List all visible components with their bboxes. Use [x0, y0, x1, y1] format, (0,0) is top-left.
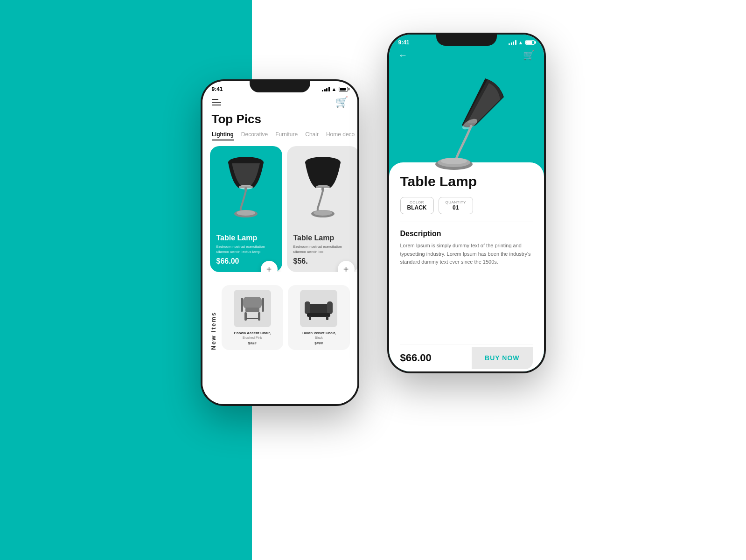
quantity-label: QUANTITY [446, 200, 466, 204]
time-2: 9:41 [398, 39, 410, 46]
new-item-card-1[interactable]: Poowa Accent Chair, Brushed Pink $### [222, 285, 284, 350]
signal-icon-2 [509, 40, 516, 45]
product-card-1[interactable]: Table Lamp Bedroom nostrud exercitation … [210, 146, 282, 272]
svg-rect-14 [246, 318, 258, 319]
new-item-img-2 [300, 290, 337, 327]
product-img-2 [287, 146, 357, 221]
buy-now-button[interactable]: BUY NOW [472, 347, 532, 369]
products-row: Table Lamp Bedroom nostrud exercitation … [202, 146, 357, 272]
time-1: 9:41 [212, 86, 223, 92]
svg-rect-18 [305, 301, 310, 314]
phone1-header: 🛒 [202, 94, 357, 112]
phone-1: 9:41 ▲ 🛒 [201, 79, 359, 406]
phone-2-screen: 9:41 ▲ ← 🛒 [389, 35, 544, 371]
product-img-1 [210, 146, 282, 221]
color-label: COLOR [410, 200, 424, 204]
lamp-image-1 [218, 146, 274, 221]
new-item-price-2: $### [314, 341, 323, 345]
svg-rect-12 [244, 312, 247, 321]
svg-rect-16 [262, 298, 264, 312]
new-item-name-2: Fallon Velvet Chair, [302, 331, 336, 335]
svg-point-4 [237, 210, 255, 216]
phone2-content: 9:41 ▲ ← 🛒 [389, 35, 544, 371]
product-name-2: Table Lamp [293, 234, 353, 242]
tab-decorative[interactable]: Decorative [241, 131, 268, 140]
wifi-icon-1: ▲ [332, 86, 337, 92]
notch-1 [250, 79, 310, 92]
battery-icon-1 [339, 87, 348, 91]
svg-rect-13 [258, 312, 260, 321]
notch-2 [436, 33, 497, 46]
product-desc-1: Bedroom nostrud exercitation ullamco uer… [216, 244, 276, 254]
description-text: Lorem Ipsum is simply dummy text of the … [400, 242, 533, 344]
phone-1-screen: 9:41 ▲ 🛒 [202, 81, 357, 404]
tab-chair[interactable]: Chair [305, 131, 319, 140]
status-icons-1: ▲ [322, 86, 348, 92]
phone2-header: ← 🛒 [389, 48, 544, 64]
back-button[interactable]: ← [398, 50, 408, 61]
color-value: BLACK [407, 204, 427, 211]
product-name-1: Table Lamp [216, 234, 276, 242]
tab-home-deco[interactable]: Home deco [326, 131, 355, 140]
detail-product-name: Table Lamp [400, 174, 533, 189]
svg-rect-19 [327, 301, 333, 314]
svg-rect-21 [309, 316, 311, 320]
chair-image-1 [236, 292, 269, 325]
svg-rect-22 [326, 316, 328, 320]
svg-point-9 [314, 210, 332, 216]
lamp-detail-image-area [389, 64, 544, 158]
product-card-2[interactable]: Table Lamp Bedroom nostrud exercitation … [287, 146, 357, 272]
buy-price: $66.00 [400, 344, 472, 371]
menu-icon[interactable] [212, 99, 221, 105]
divider [400, 222, 533, 222]
svg-rect-11 [245, 308, 259, 312]
svg-rect-15 [241, 298, 243, 312]
lamp-image-2 [295, 146, 351, 221]
wifi-icon-2: ▲ [518, 40, 523, 45]
new-items-label: New Items [210, 312, 217, 350]
sofa-image-2 [302, 292, 335, 325]
new-items-cards: Poowa Accent Chair, Brushed Pink $### [222, 285, 350, 350]
page-title-1: Top Pics [202, 112, 357, 131]
new-item-img-1 [234, 290, 271, 327]
tab-furniture[interactable]: Furniture [275, 131, 298, 140]
signal-icon-1 [322, 87, 330, 91]
new-item-price-1: $### [248, 341, 257, 345]
new-item-card-2[interactable]: Fallon Velvet Chair, Black $### [288, 285, 350, 350]
new-items-section: New Items [202, 285, 357, 350]
quantity-badge[interactable]: QUANTITY 01 [439, 197, 473, 214]
new-item-subname-1: Brushed Pink [243, 336, 262, 339]
description-title: Description [400, 230, 533, 238]
tab-lighting[interactable]: Lighting [212, 131, 234, 140]
new-items-label-container: New Items [210, 285, 217, 350]
product-detail-bottom: Table Lamp COLOR BLACK QUANTITY 01 [389, 162, 544, 371]
new-item-subname-2: Black [315, 336, 323, 339]
status-icons-2: ▲ [509, 40, 534, 45]
category-tabs: Lighting Decorative Furniture Chair Home… [202, 131, 357, 146]
cart-icon-1[interactable]: 🛒 [335, 96, 348, 108]
quantity-value: 01 [453, 204, 459, 211]
new-item-name-1: Poowa Accent Chair, [234, 331, 271, 335]
cart-icon-2[interactable]: 🛒 [523, 49, 535, 61]
phones-container: 9:41 ▲ 🛒 [0, 0, 746, 406]
lamp-detail-svg [420, 69, 513, 172]
options-row: COLOR BLACK QUANTITY 01 [400, 197, 533, 214]
svg-rect-10 [243, 297, 262, 308]
color-badge[interactable]: COLOR BLACK [400, 197, 434, 214]
svg-rect-20 [307, 313, 330, 317]
buy-bar: $66.00 BUY NOW [400, 344, 533, 371]
phone-2: 9:41 ▲ ← 🛒 [387, 33, 546, 373]
phone1-content: 9:41 ▲ 🛒 [202, 81, 357, 404]
battery-icon-2 [525, 40, 535, 45]
product-desc-2: Bedroom nostrud exercitation ullamco uer… [293, 244, 353, 254]
svg-point-26 [441, 158, 467, 164]
